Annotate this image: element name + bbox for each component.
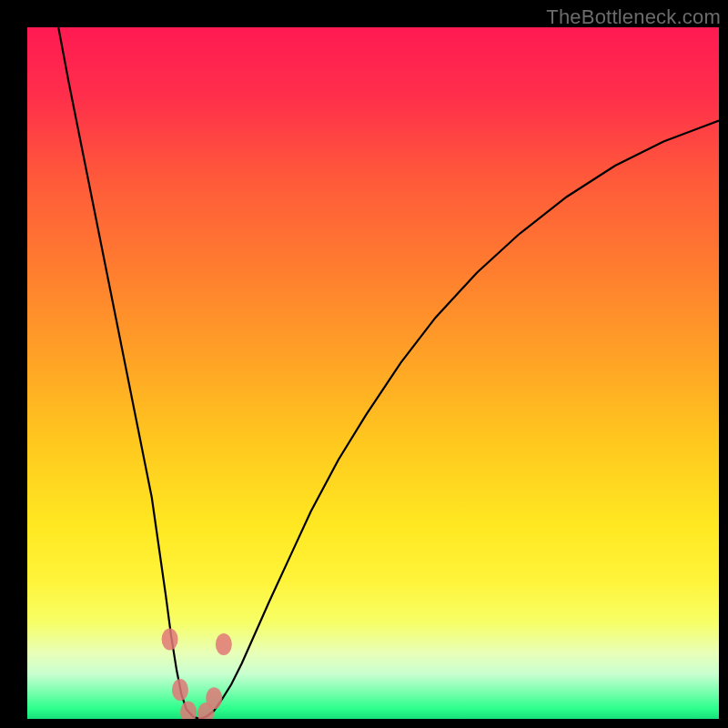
watermark-text: TheBottleneck.com bbox=[546, 5, 721, 29]
chart-frame: TheBottleneck.com bbox=[0, 0, 728, 728]
plot-area bbox=[27, 27, 719, 719]
curve-layer bbox=[27, 27, 719, 719]
bottleneck-curve bbox=[58, 27, 719, 719]
bottleneck-markers bbox=[162, 629, 232, 719]
marker-point bbox=[172, 679, 188, 701]
marker-point bbox=[206, 687, 222, 709]
marker-point bbox=[162, 629, 178, 651]
marker-point bbox=[180, 701, 197, 719]
marker-point bbox=[216, 633, 232, 655]
